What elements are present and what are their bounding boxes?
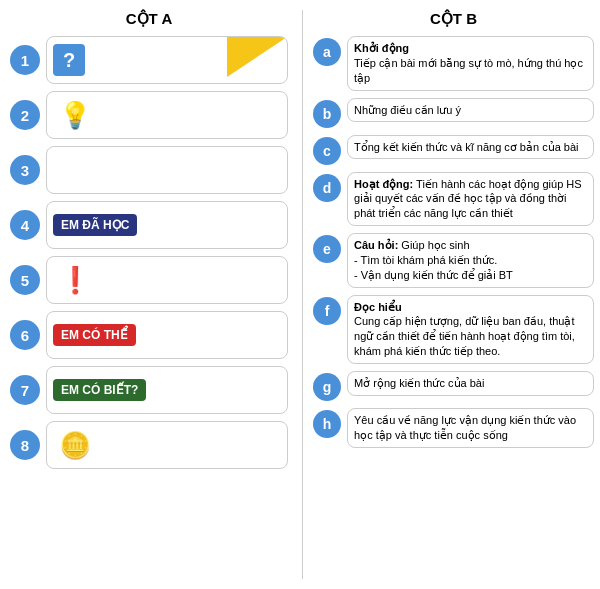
yellow-triangle-decoration [227,37,287,77]
coin-icon: 🪙 [59,430,91,461]
letter-badge-h: h [313,410,341,438]
item-box-6: EM CÓ THỂ [46,311,288,359]
b-box-f-text: Cung cấp hiện tượng, dữ liệu ban đầu, th… [354,315,575,357]
letter-badge-a: a [313,38,341,66]
list-item: 5 ❗ [10,256,288,304]
number-badge-5: 5 [10,265,40,295]
em-co-the-label: EM CÓ THỂ [53,324,136,346]
item-box-1: ? [46,36,288,84]
list-item: 7 EM CÓ BIẾT? [10,366,288,414]
b-box-e-title: Câu hỏi: [354,239,398,251]
list-item: 6 EM CÓ THỂ [10,311,288,359]
letter-badge-f: f [313,297,341,325]
b-box-g-text: Mở rộng kiến thức của bài [354,377,484,389]
letter-badge-c: c [313,137,341,165]
list-item: b Những điều cần lưu ý [313,98,594,128]
number-badge-8: 8 [10,430,40,460]
column-divider [302,10,303,579]
b-box-c-text: Tổng kết kiến thức và kĩ năng cơ bản của… [354,141,578,153]
b-box-h-text: Yêu cầu về năng lực vận dụng kiến thức v… [354,414,576,441]
list-item: g Mở rộng kiến thức của bài [313,371,594,401]
list-item: a Khởi động Tiếp cận bài mới bằng sự tò … [313,36,594,91]
exclamation-icon: ❗ [59,265,91,296]
b-box-a-text: Tiếp cận bài mới bằng sự tò mò, hứng thú… [354,57,583,84]
b-box-b-text: Những điều cần lưu ý [354,104,461,116]
item-box-4: EM ĐÃ HỌC [46,201,288,249]
list-item: 3 [10,146,288,194]
letter-badge-e: e [313,235,341,263]
number-badge-7: 7 [10,375,40,405]
b-box-a-title: Khởi động [354,42,409,54]
b-box-h: Yêu cầu về năng lực vận dụng kiến thức v… [347,408,594,448]
number-badge-3: 3 [10,155,40,185]
b-box-d-title: Hoạt động: [354,178,413,190]
number-badge-6: 6 [10,320,40,350]
b-box-f: Đọc hiểu Cung cấp hiện tượng, dữ liệu ba… [347,295,594,364]
item-box-8: 🪙 [46,421,288,469]
item-box-3 [46,146,288,194]
list-item: d Hoạt động: Tiến hành các hoạt động giú… [313,172,594,227]
list-item: 2 💡 [10,91,288,139]
bulb-icon: 💡 [59,100,91,131]
list-item: c Tổng kết kiến thức và kĩ năng cơ bản c… [313,135,594,165]
item-box-5: ❗ [46,256,288,304]
question-mark-icon: ? [53,44,85,76]
number-badge-1: 1 [10,45,40,75]
list-item: f Đọc hiểu Cung cấp hiện tượng, dữ liệu … [313,295,594,364]
number-badge-2: 2 [10,100,40,130]
list-item: e Câu hỏi: Giúp học sinh- Tìm tòi khám p… [313,233,594,288]
col-a-title: CỘT A [126,10,172,28]
letter-badge-d: d [313,174,341,202]
list-item: 1 ? [10,36,288,84]
col-a-section: CỘT A 1 ? 2 💡 3 [0,10,298,579]
item-box-2: 💡 [46,91,288,139]
list-item: 4 EM ĐÃ HỌC [10,201,288,249]
em-co-biet-label: EM CÓ BIẾT? [53,379,146,401]
list-item: h Yêu cầu về năng lực vận dụng kiến thức… [313,408,594,448]
em-da-hoc-label: EM ĐÃ HỌC [53,214,137,236]
number-badge-4: 4 [10,210,40,240]
list-item: 8 🪙 [10,421,288,469]
col-b-title: CỘT B [430,10,477,28]
b-box-a: Khởi động Tiếp cận bài mới bằng sự tò mò… [347,36,594,91]
b-box-e: Câu hỏi: Giúp học sinh- Tìm tòi khám phá… [347,233,594,288]
item-box-7: EM CÓ BIẾT? [46,366,288,414]
b-box-g: Mở rộng kiến thức của bài [347,371,594,396]
letter-badge-g: g [313,373,341,401]
b-box-b: Những điều cần lưu ý [347,98,594,123]
b-box-f-title: Đọc hiểu [354,301,402,313]
b-box-d: Hoạt động: Tiến hành các hoạt động giúp … [347,172,594,227]
col-b-section: CỘT B a Khởi động Tiếp cận bài mới bằng … [307,10,600,579]
b-box-c: Tổng kết kiến thức và kĩ năng cơ bản của… [347,135,594,160]
letter-badge-b: b [313,100,341,128]
